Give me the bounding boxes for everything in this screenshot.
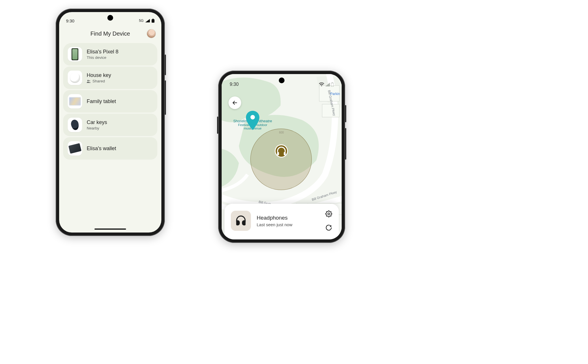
- headphones-icon: [235, 214, 247, 227]
- phone-mockup-map-view: Shoreline Amphitheatre Festival-size out…: [218, 71, 345, 243]
- signal-icon: [145, 19, 150, 22]
- map-parking-label: Parkin: [330, 92, 340, 96]
- device-name: House key: [87, 72, 111, 78]
- map-pin-icon: [249, 111, 256, 118]
- sheet-last-seen: Last seen just now: [257, 222, 317, 227]
- phone-side-button: [165, 55, 166, 75]
- arrow-left-icon: [232, 100, 238, 106]
- profile-avatar[interactable]: [147, 29, 156, 38]
- device-thumb: [68, 141, 82, 156]
- phone-side-button: [345, 105, 346, 122]
- svg-point-18: [328, 213, 330, 215]
- svg-rect-1: [152, 19, 154, 19]
- map-poi-label[interactable]: Shoreline Amphitheatre Festival-size out…: [227, 111, 278, 130]
- device-item-wallet[interactable]: Elisa's wallet: [63, 137, 157, 160]
- svg-rect-16: [332, 82, 333, 83]
- device-name: Car keys: [87, 119, 107, 125]
- device-thumb: [68, 47, 82, 61]
- refresh-button[interactable]: [325, 224, 332, 231]
- wallet-icon: [68, 143, 82, 154]
- device-location-marker[interactable]: [276, 145, 287, 157]
- refresh-icon: [325, 224, 332, 231]
- device-subtext: Shared: [87, 79, 111, 83]
- device-name: Elisa's wallet: [87, 146, 116, 152]
- svg-point-3: [89, 80, 90, 81]
- location-accuracy-circle: [250, 129, 312, 190]
- phone-side-button: [165, 80, 166, 115]
- phone-side-button: [345, 128, 346, 160]
- settings-button[interactable]: [325, 210, 332, 218]
- sheet-info: Headphones Last seen just now: [257, 215, 317, 227]
- svg-rect-13: [277, 152, 279, 155]
- key-fob-icon: [70, 119, 80, 131]
- device-item-family-tablet[interactable]: Family tablet: [63, 90, 157, 113]
- signal-icon: [325, 83, 330, 86]
- device-name: Elisa's Pixel 8: [87, 49, 118, 55]
- tablet-icon: [69, 97, 81, 106]
- device-item-car-keys[interactable]: Car keys Nearby: [63, 114, 157, 136]
- status-time: 9:30: [230, 82, 239, 87]
- wifi-icon: [319, 82, 324, 86]
- headphones-icon: [276, 145, 287, 157]
- home-indicator[interactable]: [94, 229, 126, 230]
- phone-side-button: [217, 117, 218, 134]
- device-thumb: [68, 94, 82, 109]
- gear-icon: [325, 210, 332, 217]
- svg-rect-0: [152, 19, 154, 23]
- status-time: 9:30: [66, 18, 74, 23]
- svg-rect-14: [284, 152, 286, 155]
- device-detail-sheet[interactable]: Headphones Last seen just now: [225, 204, 339, 239]
- device-item-pixel[interactable]: Elisa's Pixel 8 This device: [63, 43, 157, 65]
- page-title: Find My Device: [90, 30, 130, 37]
- svg-point-12: [250, 115, 255, 120]
- phone-camera: [107, 15, 113, 21]
- sheet-device-name: Headphones: [257, 215, 317, 221]
- device-name: Family tablet: [87, 98, 116, 104]
- device-list: Elisa's Pixel 8 This device House key Sh…: [59, 41, 161, 160]
- app-header: Find My Device: [59, 26, 161, 41]
- device-thumb: [68, 71, 82, 85]
- shared-icon: [87, 80, 91, 83]
- phone-mockup-device-list: 9:30 5G Find My Device Elisa's Pixel 8 T…: [56, 9, 165, 236]
- status-network-label: 5G: [139, 19, 144, 23]
- svg-point-2: [87, 80, 89, 81]
- device-item-house-key[interactable]: House key Shared: [63, 67, 157, 89]
- device-subtext: This device: [87, 55, 118, 60]
- device-tile: [231, 211, 251, 231]
- battery-icon: [152, 19, 154, 23]
- status-bar: 9:30: [222, 74, 342, 89]
- device-subtext: Nearby: [87, 126, 107, 130]
- phone-icon: [71, 48, 78, 60]
- back-button[interactable]: [229, 96, 241, 109]
- device-thumb: [68, 118, 82, 132]
- tracker-icon: [70, 73, 80, 83]
- svg-rect-15: [331, 83, 334, 87]
- battery-icon: [331, 82, 334, 87]
